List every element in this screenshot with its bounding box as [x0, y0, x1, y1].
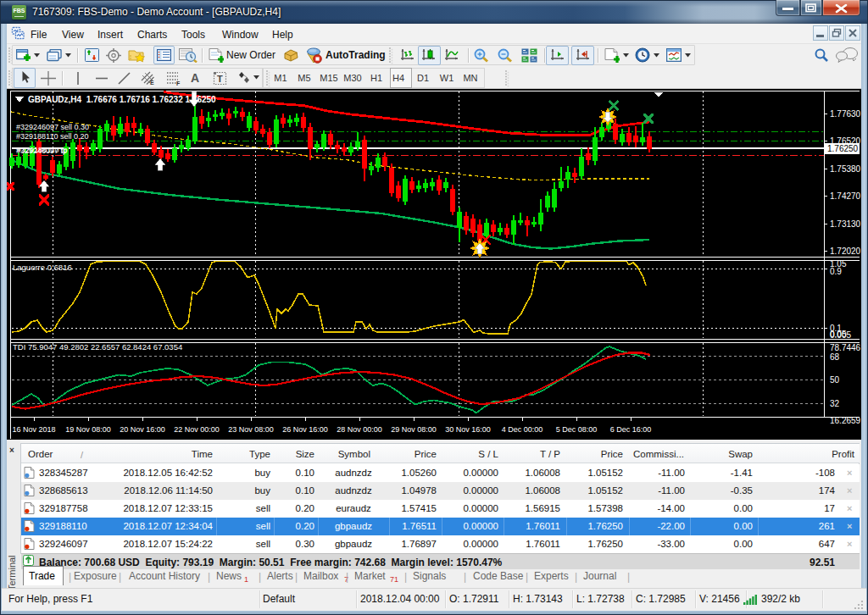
svg-text:32: 32 [830, 399, 840, 408]
svg-text:78.7446: 78.7446 [830, 343, 861, 352]
svg-text:GBPAUDz,H4 1.76676 1.76716 1.: GBPAUDz,H4 1.76676 1.76716 1.76232 1.762… [28, 95, 216, 104]
svg-text:6 Dec 16:00: 6 Dec 16:00 [610, 425, 652, 434]
svg-text:50: 50 [830, 375, 840, 385]
svg-text:4 Dec 00:00: 4 Dec 00:00 [502, 425, 543, 434]
svg-text:20 Nov 16:00: 20 Nov 16:00 [120, 425, 165, 434]
svg-text:#329246097 sell 0.30: #329246097 sell 0.30 [16, 123, 89, 131]
svg-text:1.77630: 1.77630 [830, 109, 861, 119]
svg-text:16 Nov 2018: 16 Nov 2018 [12, 425, 55, 434]
svg-text:68: 68 [830, 352, 840, 362]
svg-text:T: T [217, 74, 223, 84]
svg-text:E: E [150, 80, 154, 86]
svg-text:26 Nov 16:00: 26 Nov 16:00 [282, 425, 328, 434]
svg-text:1.73130: 1.73130 [830, 219, 861, 229]
svg-text:1.76250: 1.76250 [827, 144, 859, 153]
svg-text:0.9: 0.9 [830, 267, 842, 276]
svg-text:29 Nov 08:00: 29 Nov 08:00 [391, 425, 437, 434]
svg-text:28 Nov 00:00: 28 Nov 00:00 [337, 425, 382, 434]
svg-text:23 Nov 08:00: 23 Nov 08:00 [228, 425, 274, 434]
svg-text:1.75380: 1.75380 [830, 164, 861, 174]
svg-text:1.72020: 1.72020 [830, 247, 861, 256]
svg-text:19 Nov 08:00: 19 Nov 08:00 [65, 425, 111, 434]
svg-text:F: F [176, 80, 181, 86]
svg-text:TDI 75.9047 49.2802 22.6557 62: TDI 75.9047 49.2802 22.6557 62.8424 67.0… [13, 342, 182, 352]
svg-text:0.005: 0.005 [830, 330, 851, 340]
svg-text:Laguerre 0.6816: Laguerre 0.6816 [13, 263, 72, 272]
svg-text:1.74270: 1.74270 [830, 191, 861, 201]
svg-text:30 Nov 16:00: 30 Nov 16:00 [445, 425, 491, 434]
svg-text:#329188110 tp: #329188110 tp [17, 146, 67, 154]
svg-text:#329188110 sell 0.20: #329188110 sell 0.20 [16, 132, 88, 141]
svg-text:16.2659: 16.2659 [830, 416, 861, 425]
svg-text:5 Dec 08:00: 5 Dec 08:00 [556, 425, 598, 434]
svg-text:22 Nov 00:00: 22 Nov 00:00 [174, 425, 220, 434]
